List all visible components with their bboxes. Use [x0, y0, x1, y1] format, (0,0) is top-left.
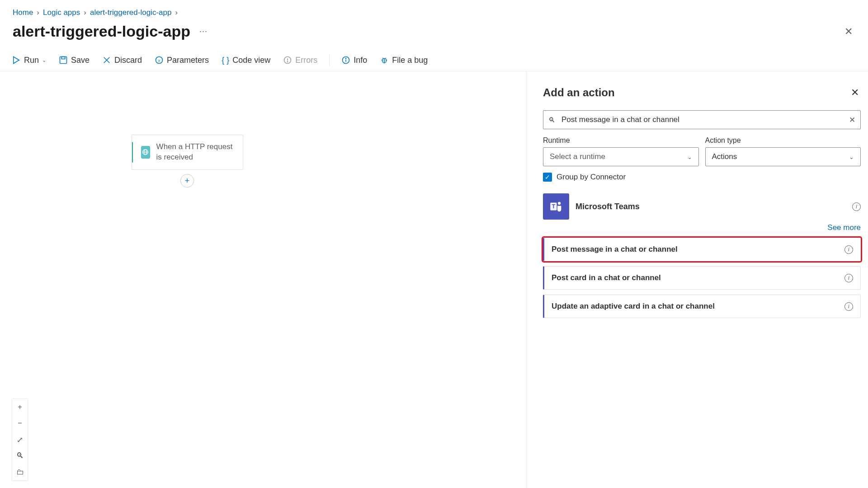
svg-text:x: x — [158, 58, 160, 63]
add-action-panel: Add an action ✕ 🔍︎ ✕ Runtime Select a ru… — [526, 71, 868, 488]
action-info-button[interactable]: i — [844, 274, 853, 282]
designer-canvas[interactable]: When a HTTP request is received + + − ⤢ … — [0, 71, 526, 488]
save-button[interactable]: Save — [57, 55, 91, 66]
action-type-label: Action type — [705, 136, 861, 145]
info-button[interactable]: Info — [340, 55, 369, 66]
svg-point-12 — [346, 58, 346, 59]
breadcrumb: Home › Logic apps › alert-triggered-logi… — [0, 0, 868, 17]
zoom-out-button[interactable]: − — [12, 415, 28, 432]
group-by-connector-checkbox[interactable]: ✓ — [543, 173, 552, 182]
svg-point-24 — [558, 202, 561, 205]
svg-point-9 — [288, 61, 288, 62]
play-icon — [12, 56, 21, 65]
chevron-down-icon: ⌄ — [849, 154, 854, 160]
connector-name: Microsoft Teams — [576, 202, 640, 211]
divider — [329, 54, 330, 66]
run-button[interactable]: Run ⌄ — [10, 55, 48, 66]
accent-bar — [132, 142, 133, 163]
svg-marker-0 — [14, 57, 19, 64]
more-actions-button[interactable]: ··· — [199, 27, 208, 36]
code-view-button[interactable]: { } Code view — [220, 55, 272, 66]
chevron-right-icon: › — [84, 8, 86, 17]
breadcrumb-link[interactable]: Logic apps — [43, 8, 80, 17]
runtime-label: Runtime — [543, 136, 699, 145]
clear-search-button[interactable]: ✕ — [849, 115, 855, 125]
zoom-in-button[interactable]: + — [12, 399, 28, 415]
svg-line-18 — [386, 58, 386, 58]
file-bug-button[interactable]: File a bug — [378, 55, 429, 66]
add-action-button[interactable]: + — [180, 174, 194, 188]
connector-info-button[interactable]: i — [852, 202, 861, 211]
breadcrumb-link[interactable]: alert-triggered-logic-app — [90, 8, 171, 17]
breadcrumb-link[interactable]: Home — [13, 8, 33, 17]
action-item[interactable]: Post card in a chat or channeli — [543, 266, 861, 290]
minimap-button[interactable]: 🗀 — [12, 464, 28, 480]
action-type-select[interactable]: Actions ⌄ — [705, 147, 861, 166]
chevron-down-icon: ⌄ — [687, 154, 692, 160]
svg-line-17 — [382, 58, 383, 58]
check-icon: ✓ — [545, 174, 550, 181]
see-more-link[interactable]: See more — [827, 223, 861, 232]
group-by-label: Group by Connector — [557, 173, 626, 182]
close-button[interactable]: ✕ — [842, 23, 855, 40]
zoom-toolbar: + − ⤢ 🔍︎ 🗀 — [12, 399, 28, 481]
fit-screen-button[interactable]: ⤢ — [12, 432, 28, 448]
bug-icon — [380, 56, 389, 65]
plus-icon: + — [18, 403, 22, 412]
action-info-button[interactable]: i — [844, 245, 853, 254]
search-canvas-button[interactable]: 🔍︎ — [12, 448, 28, 464]
braces-icon: { } — [222, 56, 229, 65]
errors-button: Errors — [281, 55, 319, 66]
minus-icon: − — [18, 419, 22, 428]
close-panel-button[interactable]: ✕ — [849, 85, 861, 100]
chevron-down-icon: ⌄ — [42, 57, 46, 63]
parameters-icon: x — [155, 56, 164, 65]
discard-button[interactable]: Discard — [100, 55, 144, 66]
trigger-card[interactable]: When a HTTP request is received — [132, 135, 243, 170]
close-icon — [102, 56, 111, 65]
runtime-select[interactable]: Select a runtime ⌄ — [543, 147, 699, 166]
page-title: alert-triggered-logic-app — [13, 23, 190, 40]
chevron-right-icon: › — [175, 8, 178, 17]
teams-connector-icon: T — [543, 193, 569, 220]
svg-rect-1 — [60, 57, 67, 64]
trigger-label: When a HTTP request is received — [156, 142, 236, 163]
map-icon: 🗀 — [16, 468, 24, 477]
action-item[interactable]: Post message in a chat or channeli — [543, 238, 861, 261]
http-trigger-icon — [141, 146, 150, 159]
svg-text:T: T — [552, 203, 555, 210]
search-input[interactable] — [543, 110, 861, 129]
save-icon — [59, 56, 68, 65]
action-item[interactable]: Update an adaptive card in a chat or cha… — [543, 295, 861, 318]
alert-icon — [283, 56, 292, 65]
info-icon — [341, 56, 350, 65]
search-icon: 🔍︎ — [16, 451, 24, 460]
fit-icon: ⤢ — [17, 435, 23, 445]
action-name: Post card in a chat or channel — [552, 273, 661, 282]
svg-rect-2 — [61, 57, 65, 59]
parameters-button[interactable]: x Parameters — [153, 55, 211, 66]
action-name: Post message in a chat or channel — [552, 245, 678, 254]
plus-icon: + — [185, 176, 190, 186]
panel-title: Add an action — [543, 86, 615, 99]
toolbar: Run ⌄ Save Discard x Parameters { } Code… — [0, 49, 868, 71]
chevron-right-icon: › — [37, 8, 39, 17]
search-icon: 🔍︎ — [548, 116, 555, 124]
action-name: Update an adaptive card in a chat or cha… — [552, 302, 715, 311]
action-info-button[interactable]: i — [844, 302, 853, 311]
